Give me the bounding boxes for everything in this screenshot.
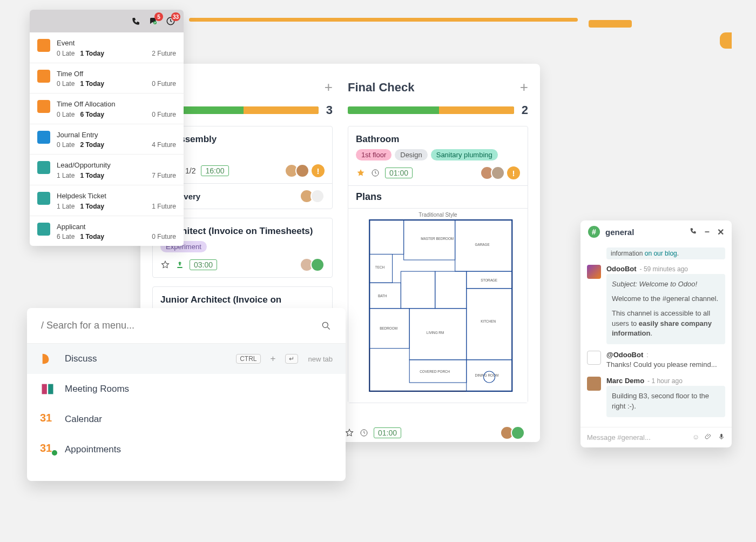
activity-row[interactable]: Time Off Allocation0 Late6 Today0 Future [30,93,184,124]
activity-row[interactable]: Time Off0 Late1 Today0 Future [30,63,184,93]
menu-item-appointments[interactable]: 31Appointments [27,434,346,465]
attach-icon[interactable] [705,433,712,442]
menu-icon: 31 [40,442,55,457]
message-body: Subject: Welcome to Odoo! Welcome to the… [606,274,725,344]
activity-late: 6 Late [57,233,75,240]
app-icon [37,161,50,174]
minimize-icon[interactable]: – [705,227,710,237]
add-card-icon[interactable]: + [520,79,528,96]
activity-row[interactable]: Applicant6 Late1 Today0 Future [30,216,184,246]
message-body: Thanks! Could you please remind... [606,360,725,370]
column-count: 2 [522,103,528,117]
menu-icon [40,382,55,397]
alert-icon: ! [312,164,325,177]
activity-today: 1 Today [80,80,104,88]
column-count: 3 [326,103,333,117]
menu-icon [40,351,55,366]
card-tag: 1st floor [356,149,392,160]
app-icon [37,131,50,144]
svg-point-32 [322,322,328,327]
chat-title: general [605,227,684,237]
activity-future: 7 Future [152,172,176,179]
app-icon [37,100,50,113]
activity-row[interactable]: Event0 Late1 Today2 Future [30,32,184,63]
card-title: Bathroom [356,134,520,145]
activity-late: 0 Late [57,111,75,118]
add-card-icon[interactable]: + [325,79,333,96]
card-tag: Sanitary plumbing [431,149,498,160]
activity-today: 1 Today [80,50,104,57]
menu-label: Calendar [65,414,102,425]
menu-item-meeting-rooms[interactable]: Meeting Rooms [27,374,346,404]
sender: OdooBot [606,265,637,273]
column-progress [348,106,514,114]
time-badge: 03:00 [190,259,217,270]
svg-text:TECH: TECH [375,265,385,269]
activity-late: 1 Late [57,172,75,179]
activity-today: 1 Today [80,203,104,210]
messages-icon[interactable]: 5 [148,16,159,26]
svg-text:LIVING RM: LIVING RM [427,331,444,334]
messages-badge: 5 [154,12,163,21]
command-palette: DiscussCTRL+↵new tabMeeting Rooms31Calen… [27,308,346,481]
mic-icon[interactable] [718,433,725,442]
card-title: en Assembly [160,134,325,145]
activity-row[interactable]: Lead/Opportunity1 Late1 Today7 Future [30,154,184,185]
compose-input[interactable]: Message #general... [587,433,687,441]
card-tag: Design [395,149,427,160]
alert-icon: ! [507,166,520,179]
menu-label: Meeting Rooms [65,384,129,394]
timestamp: - 1 hour ago [647,377,683,385]
kanban-card[interactable]: Bathroom 1st floor Design Sanitary plumb… [348,126,528,403]
emoji-icon[interactable]: ☺ [692,433,699,442]
activity-title: Time Off [57,70,145,78]
column-title: Final Check [348,81,414,95]
activity-title: Lead/Opportunity [57,161,145,170]
activities-list: Event0 Late1 Today2 FutureTime Off0 Late… [30,32,184,246]
activities-popover: 5 33 Event0 Late1 Today2 FutureTime Off0… [30,10,184,246]
activity-title: Journal Entry [57,131,145,139]
avatar [587,265,601,279]
avatar [587,377,601,391]
activity-late: 0 Late [57,141,75,149]
sender: @OdooBot [606,351,643,359]
chat-window: # general – ✕ information on our blog. O… [580,220,732,447]
sender: Marc Demo [606,377,644,385]
chat-message: OdooBot - 59 minutes ago Subject: Welcom… [587,265,725,344]
upload-icon[interactable] [176,260,184,269]
activity-late: 1 Late [57,203,75,210]
svg-rect-14 [401,271,435,309]
app-icon [37,192,50,205]
svg-text:STORAGE: STORAGE [481,278,497,282]
activity-row[interactable]: Helpdesk Ticket1 Late1 Today1 Future [30,185,184,216]
activity-late: 0 Late [57,50,75,57]
star-icon[interactable] [345,428,354,438]
activity-today: 6 Today [80,111,104,118]
phone-icon[interactable] [131,16,141,26]
svg-text:GARAGE: GARAGE [475,243,490,246]
card-assignees: ! [285,164,325,178]
star-icon[interactable] [356,168,366,178]
menu-item-calendar[interactable]: 31Calendar [27,404,346,434]
call-icon[interactable] [690,227,697,237]
svg-rect-2 [177,267,182,268]
chat-message: Marc Demo - 1 hour ago Building B3, seco… [587,377,725,417]
close-icon[interactable]: ✕ [717,227,724,237]
activity-title: Time Off Allocation [57,100,145,109]
activity-title: Event [57,39,145,48]
star-icon[interactable] [160,260,170,270]
menu-item-discuss[interactable]: DiscussCTRL+↵new tab [27,344,346,374]
activity-title: Helpdesk Ticket [57,192,145,200]
activity-row[interactable]: Journal Entry0 Late2 Today4 Future [30,124,184,155]
decor-stroke [189,18,578,22]
activity-future: 4 Future [152,141,176,149]
card-due: s ago [160,149,325,158]
menu-list: DiscussCTRL+↵new tabMeeting Rooms31Calen… [27,344,346,465]
activities-icon[interactable]: 33 [165,16,176,26]
chat-message: @OdooBot: Thanks! Could you please remin… [587,351,725,370]
activity-future: 0 Future [152,80,176,88]
search-input[interactable] [41,320,315,331]
search-icon[interactable] [321,320,332,331]
clock-icon [371,169,380,177]
blog-link[interactable]: on our blog [645,250,677,257]
